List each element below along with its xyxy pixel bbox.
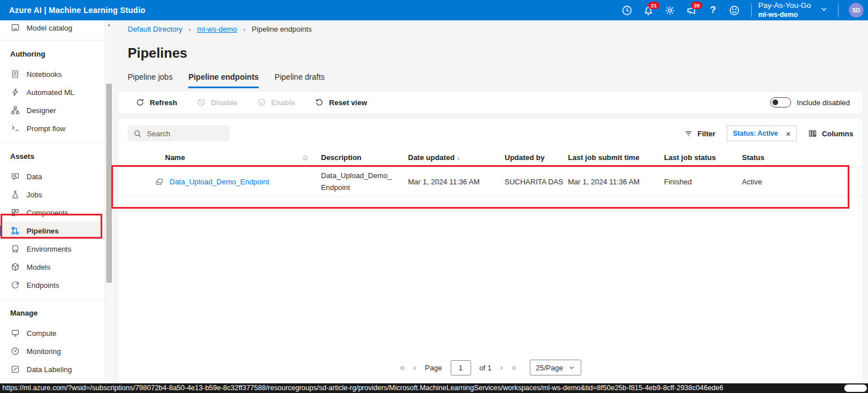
pagination: « ‹ Page of 1 › » 25/Page	[400, 360, 581, 375]
disable-label: Disable	[211, 98, 237, 107]
breadcrumb-current: Pipeline endpoints	[252, 25, 312, 33]
sidebar-item-automated-ml[interactable]: Automated ML	[0, 83, 105, 101]
settings-gear-icon[interactable]	[661, 2, 680, 19]
refresh-icon	[136, 98, 145, 107]
model-catalog-icon	[10, 23, 20, 32]
sidebar-scrollbar[interactable]: ▲	[105, 20, 113, 383]
sidebar-item-label: Compute	[27, 329, 57, 338]
sidebar-item-label: Jobs	[27, 191, 42, 199]
tab-pipeline-drafts[interactable]: Pipeline drafts	[275, 72, 325, 88]
sidebar-item-notebooks[interactable]: Notebooks	[0, 65, 105, 83]
sidebar-item-linked-services[interactable]: Linked Services PREVIEW	[0, 378, 105, 383]
top-app-bar: Azure AI | Machine Learning Studio 21 20…	[0, 0, 868, 20]
status-cell: Active	[737, 178, 862, 186]
main-content: Default Directory › ml-ws-demo › Pipelin…	[113, 20, 868, 383]
sidebar-item-compute[interactable]: Compute	[0, 324, 105, 342]
disable-button[interactable]: Disable	[189, 98, 249, 107]
account-chevron-down-icon[interactable]	[820, 5, 828, 15]
endpoint-name-link[interactable]: Data_Upload_Demo_Endpoint	[170, 178, 269, 186]
column-header-status[interactable]: Status	[737, 153, 862, 162]
last-job-status-cell: Finished	[659, 178, 737, 186]
include-disabled-control: Include disabled	[770, 97, 853, 107]
page-number-input[interactable]	[450, 360, 471, 375]
sidebar-item-monitoring[interactable]: Monitoring	[0, 342, 105, 360]
reset-view-icon	[315, 98, 324, 107]
help-icon[interactable]: ?	[704, 2, 723, 19]
breadcrumb-workspace-link[interactable]: ml-ws-demo	[197, 25, 237, 33]
columns-label: Columns	[822, 129, 853, 138]
previous-page-button[interactable]: ‹	[413, 363, 416, 372]
user-avatar[interactable]: SD	[849, 3, 863, 18]
clock-icon[interactable]	[618, 2, 637, 19]
jobs-icon	[10, 190, 20, 199]
sidebar-item-data-labeling[interactable]: Data Labeling	[0, 360, 105, 378]
sidebar-item-designer[interactable]: Designer	[0, 101, 105, 119]
whats-new-megaphone-icon[interactable]: 20	[682, 2, 701, 19]
updated-by-cell: SUCHARITA DAS	[500, 178, 563, 186]
sidebar-item-data[interactable]: Data	[0, 167, 105, 185]
column-header-last-job-status[interactable]: Last job status	[659, 153, 737, 162]
refresh-button[interactable]: Refresh	[128, 98, 189, 107]
include-disabled-toggle[interactable]	[770, 97, 791, 107]
breadcrumb-separator-icon: ›	[189, 25, 191, 33]
column-header-date-updated[interactable]: Date updated↓	[403, 153, 500, 162]
last-page-button[interactable]: »	[511, 363, 517, 372]
list-controls: Filter Status: Active × Columns	[119, 119, 862, 148]
sidebar-item-label: Data Labeling	[27, 365, 72, 374]
automated-ml-icon	[10, 88, 20, 97]
workspace-name: ml-ws-demo	[758, 11, 811, 19]
table-header-row: Name ☆ Description Date updated↓ Updated…	[119, 148, 862, 167]
prompt-flow-icon	[10, 124, 20, 133]
sidebar-item-pipelines[interactable]: Pipelines	[0, 222, 105, 240]
date-updated-label: Date updated	[408, 153, 454, 162]
favorite-star-icon[interactable]: ☆	[294, 153, 316, 162]
topbar-divider	[751, 3, 752, 17]
sidebar-item-label: Environments	[27, 245, 71, 253]
pipelines-icon	[10, 226, 20, 235]
page-size-dropdown[interactable]: 25/Page	[530, 360, 581, 375]
columns-icon	[808, 129, 817, 138]
enable-button[interactable]: Enable	[249, 98, 307, 107]
sidebar-item-jobs[interactable]: Jobs	[0, 185, 105, 204]
breadcrumb: Default Directory › ml-ws-demo › Pipelin…	[128, 25, 312, 33]
designer-icon	[10, 106, 20, 115]
table-row[interactable]: Data_Upload_Demo_Endpoint Data_Upload_De…	[119, 167, 862, 197]
left-navigation: Model catalog Authoring Notebooks Automa…	[0, 20, 105, 383]
column-header-name[interactable]: Name	[128, 153, 294, 162]
columns-button[interactable]: Columns	[808, 129, 853, 138]
topbar-divider	[838, 3, 839, 17]
toggle-knob	[772, 100, 778, 105]
notifications-bell-icon[interactable]: 21	[639, 2, 658, 19]
scrollbar-thumb[interactable]	[106, 84, 112, 283]
description-cell: Data_Upload_Demo_Endpoint	[316, 170, 396, 193]
sidebar-item-prompt-flow[interactable]: Prompt flow	[0, 119, 105, 137]
sidebar-item-endpoints[interactable]: Endpoints	[0, 276, 105, 294]
search-box[interactable]	[128, 126, 229, 141]
sidebar-item-model-catalog[interactable]: Model catalog	[0, 20, 105, 35]
filter-button[interactable]: Filter	[684, 129, 715, 138]
sidebar-section-assets: Assets	[0, 142, 105, 167]
sidebar-item-label: Monitoring	[27, 347, 61, 356]
sidebar-item-models[interactable]: Models	[0, 258, 105, 276]
scrollbar-up-arrow-icon[interactable]: ▲	[105, 20, 113, 29]
sidebar-item-label: Automated ML	[27, 88, 75, 97]
sidebar-item-environments[interactable]: Environments	[0, 240, 105, 258]
breadcrumb-directory-link[interactable]: Default Directory	[128, 25, 183, 33]
column-header-description[interactable]: Description	[316, 153, 403, 162]
first-page-button[interactable]: «	[400, 363, 405, 372]
feedback-smiley-icon[interactable]	[725, 2, 744, 19]
tab-pipeline-endpoints[interactable]: Pipeline endpoints	[188, 72, 258, 88]
search-input[interactable]	[147, 129, 220, 138]
enable-label: Enable	[271, 98, 296, 107]
enable-icon	[257, 98, 266, 107]
column-header-updated-by[interactable]: Updated by	[500, 153, 563, 162]
app-title[interactable]: Azure AI | Machine Learning Studio	[0, 6, 145, 15]
reset-view-button[interactable]: Reset view	[307, 98, 379, 107]
chip-close-icon[interactable]: ×	[786, 129, 791, 139]
next-page-button[interactable]: ›	[500, 363, 503, 372]
tab-pipeline-jobs[interactable]: Pipeline jobs	[128, 72, 172, 88]
status-active-filter-chip[interactable]: Status: Active ×	[727, 126, 797, 141]
account-switcher[interactable]: Pay-As-You-Go ml-ws-demo	[758, 1, 811, 19]
column-header-last-job-submit-time[interactable]: Last job submit time	[563, 153, 659, 162]
sidebar-item-components[interactable]: Components	[0, 204, 105, 222]
